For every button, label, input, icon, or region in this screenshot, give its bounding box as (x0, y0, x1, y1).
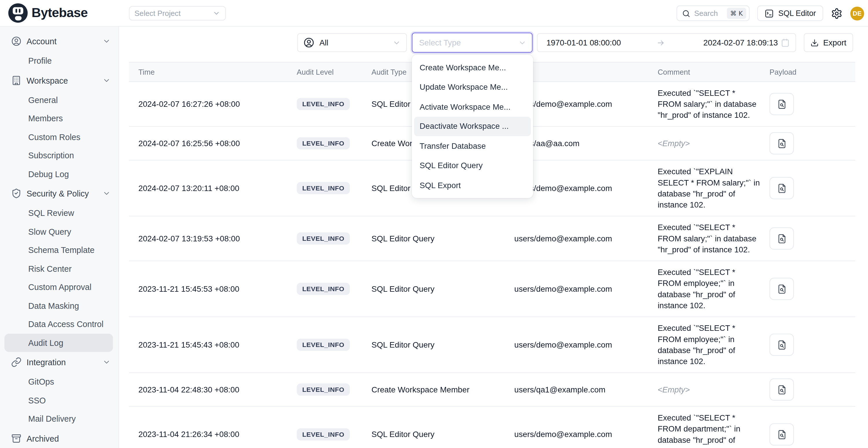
sidebar-item-custom-approval[interactable]: Custom Approval (4, 278, 113, 296)
sidebar-group-integration[interactable]: Integration (0, 352, 118, 373)
cell-audit-type: SQL Editor Query (371, 229, 514, 249)
column-header-actor: Actor (514, 68, 657, 76)
export-button[interactable]: Export (804, 33, 853, 52)
table-row: 2023-11-21 15:45:53 +08:00LEVEL_INFOSQL … (129, 261, 855, 317)
cell-audit-type: Create Workspace Member (371, 380, 514, 400)
sidebar-item-general[interactable]: General (4, 91, 113, 109)
sidebar-group-label: Workspace (27, 75, 98, 85)
payload-view-button[interactable] (770, 177, 794, 199)
cell-audit-level: LEVEL_INFO (297, 277, 371, 300)
sidebar-item-schema-template[interactable]: Schema Template (4, 241, 113, 259)
sidebar-item-risk-center[interactable]: Risk Center (4, 259, 113, 278)
cell-comment: <Empty> (657, 379, 769, 401)
arrow-right-icon (621, 38, 701, 47)
building-icon (11, 75, 22, 85)
table-row: 2024-02-07 13:19:53 +08:00LEVEL_INFOSQL … (129, 217, 855, 261)
audit-level-badge: LEVEL_INFO (297, 383, 350, 395)
main-content: All Select Type 1970-01-01 08:00:00 2024… (119, 27, 868, 448)
cell-actor: users/qa1@example.com (514, 380, 657, 400)
search-input[interactable] (694, 9, 723, 18)
cell-comment: Executed `"EXPLAIN SELECT * FROM salary;… (657, 160, 769, 216)
table-row: 2023-11-21 15:45:43 +08:00LEVEL_INFOSQL … (129, 317, 855, 373)
dropdown-option-deactivate-workspace[interactable]: Deactivate Workspace ... (414, 116, 531, 136)
audit-level-badge: LEVEL_INFO (297, 98, 350, 110)
search-shortcut-badge: ⌘ K (727, 8, 746, 19)
cell-time: 2024-02-07 16:27:26 +08:00 (129, 94, 297, 114)
dropdown-option-update-workspace-me[interactable]: Update Workspace Me... (414, 77, 531, 97)
sidebar-group-label: Integration (27, 357, 98, 367)
topbar-right-cluster: ⌘ K SQL Editor DE (677, 0, 864, 27)
cell-audit-level: LEVEL_INFO (297, 132, 371, 155)
column-header-payload: Payload (770, 68, 855, 76)
sidebar-item-debug-log[interactable]: Debug Log (4, 165, 113, 183)
payload-view-button[interactable] (770, 278, 794, 300)
settings-gear-icon[interactable] (831, 7, 842, 19)
cell-time: 2023-11-04 22:48:30 +08:00 (129, 380, 297, 400)
sidebar-group-account[interactable]: Account (0, 31, 118, 52)
column-header-audit-level: Audit Level (297, 68, 371, 76)
brand: Bytebase (8, 3, 88, 23)
calendar-icon (781, 38, 790, 47)
dropdown-option-sql-editor-query[interactable]: SQL Editor Query (414, 156, 531, 175)
sidebar-item-audit-log[interactable]: Audit Log (4, 333, 113, 352)
sql-editor-button[interactable]: SQL Editor (757, 5, 823, 21)
sidebar-item-sso[interactable]: SSO (4, 391, 113, 410)
sidebar-group-workspace[interactable]: Workspace (0, 70, 118, 91)
payload-view-button[interactable] (770, 93, 794, 115)
export-label: Export (823, 38, 846, 47)
cell-actor: users/demo@example.com (514, 94, 657, 114)
sidebar-item-members[interactable]: Members (4, 109, 113, 128)
audit-level-badge: LEVEL_INFO (297, 137, 350, 149)
sidebar-group-security-policy[interactable]: Security & Policy (0, 183, 118, 204)
dropdown-option-transfer-database[interactable]: Transfer Database (414, 136, 531, 156)
cell-actor: users/aa@aa.com (514, 133, 657, 153)
file-search-icon (776, 384, 787, 395)
cell-audit-type: SQL Editor Query (371, 335, 514, 355)
sidebar-item-profile[interactable]: Profile (4, 52, 113, 70)
cell-time: 2023-11-21 15:45:43 +08:00 (129, 335, 297, 355)
cell-audit-level: LEVEL_INFO (297, 333, 371, 356)
actor-filter-value: All (319, 38, 388, 47)
type-filter-select[interactable]: Select Type (412, 33, 533, 53)
cell-time: 2023-11-04 21:26:34 +08:00 (129, 424, 297, 444)
payload-view-button[interactable] (770, 227, 794, 250)
cell-actor: users/demo@example.com (514, 424, 657, 444)
sql-editor-label: SQL Editor (778, 9, 816, 18)
sidebar-item-data-masking[interactable]: Data Masking (4, 296, 113, 315)
sidebar-item-subscription[interactable]: Subscription (4, 146, 113, 165)
dropdown-option-sql-export[interactable]: SQL Export (414, 175, 531, 195)
project-select[interactable]: Select Project (129, 6, 226, 21)
payload-view-button[interactable] (770, 379, 794, 401)
sidebar-item-sql-review[interactable]: SQL Review (4, 204, 113, 222)
dropdown-option-activate-workspace-me[interactable]: Activate Workspace Me... (414, 97, 531, 117)
sidebar-item-custom-roles[interactable]: Custom Roles (4, 128, 113, 146)
comment-text: Executed `"SELECT * FROM department;"` i… (657, 413, 740, 448)
payload-view-button[interactable] (770, 132, 794, 154)
audit-level-badge: LEVEL_INFO (297, 428, 350, 441)
actor-filter-select[interactable]: All (297, 33, 407, 52)
payload-view-button[interactable] (770, 423, 794, 445)
chevron-down-icon (393, 38, 401, 47)
sidebar-item-slow-query[interactable]: Slow Query (4, 222, 113, 241)
sidebar-group-archived[interactable]: Archived (0, 428, 118, 448)
cell-audit-level: LEVEL_INFO (297, 92, 371, 116)
sidebar-item-gitops[interactable]: GitOps (4, 373, 113, 391)
download-icon (810, 38, 819, 47)
cell-actor: users/demo@example.com (514, 229, 657, 249)
audit-level-badge: LEVEL_INFO (297, 339, 350, 351)
payload-view-button[interactable] (770, 334, 794, 356)
sidebar: AccountProfileWorkspaceGeneralMembersCus… (0, 27, 119, 448)
search-box[interactable]: ⌘ K (677, 5, 750, 21)
sidebar-item-mail-delivery[interactable]: Mail Delivery (4, 410, 113, 428)
date-range-picker[interactable]: 1970-01-01 08:00:00 2024-02-07 18:09:13 (537, 33, 796, 52)
file-search-icon (776, 429, 787, 440)
bytebase-logo-icon (8, 3, 28, 23)
dropdown-option-create-workspace-me[interactable]: Create Workspace Me... (414, 58, 531, 77)
user-avatar[interactable]: DE (850, 6, 864, 20)
sidebar-item-data-access-control[interactable]: Data Access Control (4, 315, 113, 333)
cell-comment: Executed `"SELECT * FROM department;"` i… (657, 407, 769, 448)
cell-payload (770, 171, 855, 205)
audit-level-badge: LEVEL_INFO (297, 232, 350, 245)
link-icon (11, 357, 22, 367)
table-row: 2023-11-04 21:26:34 +08:00LEVEL_INFOSQL … (129, 407, 855, 448)
